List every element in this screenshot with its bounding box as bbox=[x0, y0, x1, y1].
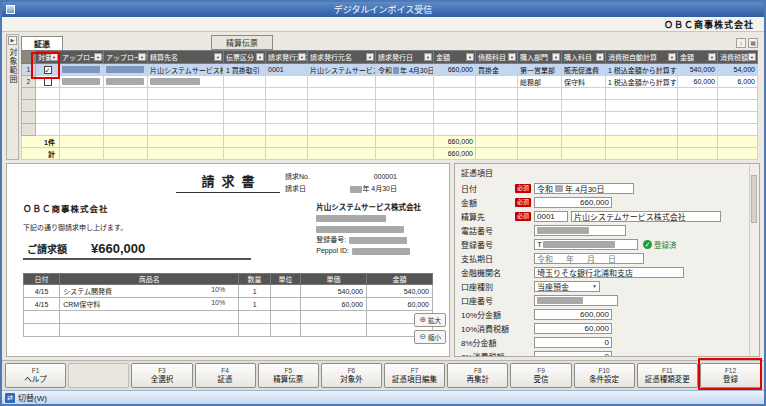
fn-f7-edit-voucher-items[interactable]: F7証憑項目編集 bbox=[384, 363, 445, 388]
scrollbar-thumb[interactable] bbox=[751, 175, 757, 223]
cell-rownum[interactable]: 2 bbox=[22, 76, 36, 88]
tab-shohyo[interactable]: 証憑 bbox=[21, 36, 63, 50]
cell-upload-date[interactable] bbox=[60, 76, 104, 88]
cell-issuer-code[interactable]: 0001 bbox=[266, 64, 308, 76]
amount-input[interactable]: 660,000 bbox=[534, 197, 612, 208]
seisan-denpyo-button[interactable]: 精算伝票 bbox=[211, 35, 273, 50]
side-panel-collapsed[interactable]: 対象範囲 bbox=[6, 34, 19, 160]
filter-icon[interactable] bbox=[466, 53, 474, 61]
cell-debt-account[interactable]: 買掛金 bbox=[476, 64, 518, 76]
filter-icon[interactable] bbox=[256, 53, 264, 61]
target-checkbox[interactable] bbox=[44, 66, 52, 74]
cell-issue-date[interactable] bbox=[376, 76, 434, 88]
zoom-out-button[interactable]: ⊖ 縮小 bbox=[414, 330, 446, 344]
filter-icon[interactable] bbox=[298, 53, 306, 61]
cell-account[interactable]: 販売促進費 bbox=[562, 64, 606, 76]
header-tax-calc[interactable]: 消費税自動計算 bbox=[606, 51, 678, 64]
cell-tax-calc[interactable]: 1 税込金額から計算する bbox=[606, 64, 678, 76]
filter-icon[interactable] bbox=[366, 53, 374, 61]
cell-issuer-code[interactable] bbox=[266, 76, 308, 88]
cell-amount2[interactable]: 540,000 bbox=[678, 64, 718, 76]
cell-upload-date[interactable] bbox=[60, 64, 104, 76]
filter-icon[interactable] bbox=[552, 53, 560, 61]
filter-icon[interactable] bbox=[214, 53, 222, 61]
cell-dept[interactable]: 総務部 bbox=[518, 76, 562, 88]
cell-issue-date[interactable]: 令和年 4月30日 bbox=[376, 64, 434, 76]
table-row[interactable] bbox=[22, 124, 758, 136]
cell-rownum[interactable]: 1 bbox=[22, 64, 36, 76]
cell-tax[interactable]: 54,000 bbox=[718, 64, 758, 76]
header-dept[interactable]: 購入部門 bbox=[518, 51, 562, 64]
filter-icon[interactable] bbox=[596, 53, 604, 61]
cell-target[interactable] bbox=[36, 76, 60, 88]
filter-icon[interactable] bbox=[50, 53, 58, 61]
table-row[interactable] bbox=[22, 88, 758, 100]
amount-10pct-input[interactable]: 600,000 bbox=[534, 309, 612, 320]
header-amount2[interactable]: 金額 bbox=[678, 51, 718, 64]
cell-amount[interactable] bbox=[434, 76, 476, 88]
fn-f12-register[interactable]: F12登録 bbox=[700, 363, 761, 388]
zoom-in-button[interactable]: ⊕ 拡大 bbox=[414, 313, 446, 327]
cell-debt-account[interactable] bbox=[476, 76, 518, 88]
filter-icon[interactable] bbox=[668, 53, 676, 61]
header-amount[interactable]: 金額 bbox=[434, 51, 476, 64]
tax-8pct-input[interactable]: 0 bbox=[534, 351, 612, 358]
cell-amount[interactable]: 660,000 bbox=[434, 64, 476, 76]
header-issuer-code[interactable]: 請求発行元コード bbox=[266, 51, 308, 64]
header-denpyo[interactable]: 伝票区分 bbox=[224, 51, 266, 64]
filter-icon[interactable] bbox=[508, 53, 516, 61]
table-row[interactable] bbox=[22, 100, 758, 112]
switch-icon[interactable]: ⇄ bbox=[5, 393, 15, 403]
cell-account[interactable]: 保守料 bbox=[562, 76, 606, 88]
cell-target[interactable] bbox=[36, 64, 60, 76]
cell-issuer-name[interactable] bbox=[308, 76, 376, 88]
fn-f8-recalculate[interactable]: F8再集計 bbox=[447, 363, 508, 388]
header-issue-date[interactable]: 請求発行日 bbox=[376, 51, 434, 64]
cell-issuer-name[interactable]: 片山システムサービス bbox=[308, 64, 376, 76]
fn-f11-change-voucher-type[interactable]: F11証憑種類変更 bbox=[637, 363, 698, 388]
cell-amount2[interactable]: 60,000 bbox=[678, 76, 718, 88]
header-upload-date[interactable]: アップロード日付 bbox=[60, 51, 104, 64]
date-input[interactable]: 令和 年 4月30日 bbox=[534, 183, 634, 194]
target-checkbox[interactable] bbox=[44, 78, 52, 86]
bank-input[interactable]: 埼玉りそな銀行北浦和支店 bbox=[534, 267, 684, 278]
fn-f5-seisan-denpyo[interactable]: F5精算伝票 bbox=[258, 363, 319, 388]
header-issuer-name[interactable]: 請求発行元名 bbox=[308, 51, 376, 64]
filter-icon[interactable] bbox=[138, 53, 146, 61]
cell-upload-time[interactable] bbox=[104, 76, 148, 88]
account-type-select[interactable]: 当座預金 bbox=[534, 281, 600, 292]
table-row[interactable] bbox=[22, 112, 758, 124]
display-settings-icon[interactable]: ▦ bbox=[748, 38, 758, 48]
filter-icon[interactable] bbox=[708, 53, 716, 61]
filter-icon[interactable] bbox=[424, 53, 432, 61]
cell-denpyo[interactable] bbox=[224, 76, 266, 88]
cell-payee[interactable] bbox=[148, 76, 224, 88]
amount-8pct-input[interactable]: 0 bbox=[534, 337, 612, 348]
cell-tax[interactable]: 6,000 bbox=[718, 76, 758, 88]
account-number-input[interactable] bbox=[534, 295, 618, 306]
tax-10pct-input[interactable]: 60,000 bbox=[534, 323, 612, 334]
filter-icon[interactable] bbox=[94, 53, 102, 61]
fn-f10-conditions[interactable]: F10条件設定 bbox=[574, 363, 635, 388]
fn-f3-select-all[interactable]: F3全選択 bbox=[131, 363, 192, 388]
phone-input[interactable] bbox=[534, 225, 626, 236]
header-target[interactable]: 対象 bbox=[36, 51, 60, 64]
header-debt-account[interactable]: 債務科目 bbox=[476, 51, 518, 64]
sort-order-icon[interactable]: ↕ bbox=[736, 38, 746, 48]
header-tax[interactable]: 消費税額 bbox=[718, 51, 758, 64]
header-upload-time[interactable]: アップロード日時 bbox=[104, 51, 148, 64]
switch-label[interactable]: 切替(W) bbox=[18, 392, 47, 403]
scrollbar[interactable] bbox=[749, 165, 758, 355]
payee-code-input[interactable]: 0001 bbox=[534, 211, 568, 222]
fn-f1-help[interactable]: F1ヘルプ bbox=[5, 363, 66, 388]
fn-f4-shohyo[interactable]: F4証憑 bbox=[195, 363, 256, 388]
fn-f9-receive[interactable]: F9受信 bbox=[510, 363, 571, 388]
filter-icon[interactable] bbox=[748, 53, 756, 61]
cell-upload-time[interactable] bbox=[104, 64, 148, 76]
table-row[interactable]: 1 片山システムサービス株 1 買掛取引 0001 片山システムサービス 令和年… bbox=[22, 64, 758, 76]
cell-denpyo[interactable]: 1 買掛取引 bbox=[224, 64, 266, 76]
header-payee[interactable]: 精算先名 bbox=[148, 51, 224, 64]
table-row[interactable]: 2 総務部 保守料 1 税込金額から計算する 60,000 6,000 bbox=[22, 76, 758, 88]
expand-icon[interactable] bbox=[8, 36, 17, 45]
payee-name-input[interactable]: 片山システムサービス株式会社 bbox=[571, 211, 721, 222]
